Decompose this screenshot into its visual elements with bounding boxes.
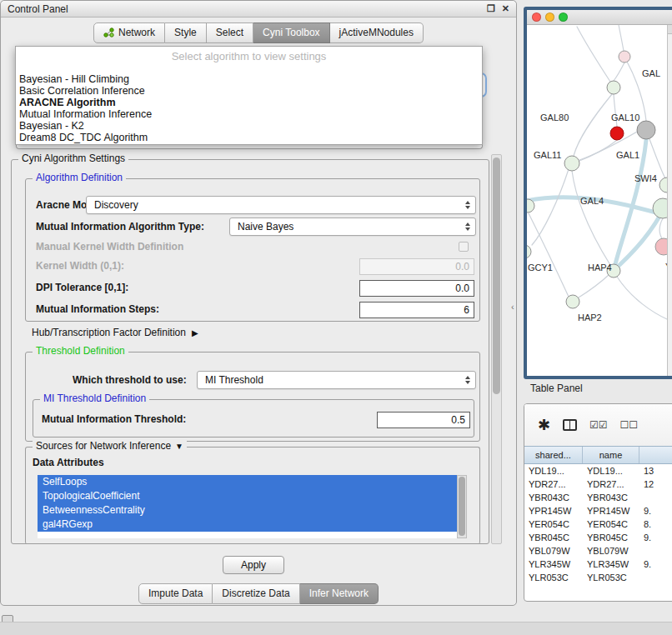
dpi-tolerance-field[interactable]: 0.0: [359, 280, 474, 297]
graph-node[interactable]: [566, 295, 579, 308]
graph-node[interactable]: [564, 156, 579, 171]
dropdown-item-highlighted[interactable]: ARACNE Algorithm: [16, 97, 482, 108]
zoom-traffic-light-icon[interactable]: [559, 12, 568, 22]
tab-label: jActiveMNodules: [339, 27, 414, 38]
dropdown-item[interactable]: Bayesian - Hill Climbing: [16, 73, 482, 85]
table-row[interactable]: YDR27...YDR27...12: [524, 478, 672, 491]
graph-edge[interactable]: [529, 213, 569, 297]
table-row[interactable]: YBL079WYBL079W: [524, 544, 672, 558]
graph-node-label: GAL10: [611, 112, 639, 122]
tab-select[interactable]: Select: [207, 22, 253, 43]
which-threshold-select[interactable]: MI Threshold: [197, 371, 476, 389]
manual-kernel-label: Manual Kernel Width Definition: [36, 239, 183, 254]
hub-definition-section[interactable]: Hub/Transcription Factor Definition ▶: [32, 325, 198, 340]
network-canvas[interactable]: GALGAL80GAL10GAL11GAL1SWI4GAL4GCY1HAP4YH…: [527, 25, 672, 376]
table-row[interactable]: YLR345WYLR345W9.: [524, 558, 672, 571]
dropdown-item[interactable]: Bayesian - K2: [16, 120, 482, 132]
aracne-mode-select[interactable]: Discovery: [86, 196, 476, 214]
graph-edge[interactable]: [577, 27, 610, 82]
tab-style[interactable]: Style: [165, 22, 207, 43]
dropdown-item[interactable]: Basic Correlation Inference: [16, 85, 482, 97]
network-icon: [103, 28, 114, 38]
tab-impute-data[interactable]: Impute Data: [138, 583, 213, 604]
list-item[interactable]: TopologicalCoefficient: [38, 489, 457, 503]
graph-node[interactable]: [610, 127, 624, 140]
dpi-tolerance-label: DPI Tolerance [0,1]:: [36, 279, 128, 296]
scrollbar-thumb[interactable]: [493, 158, 500, 394]
graph-node[interactable]: [527, 245, 531, 258]
column-selector-icon[interactable]: [563, 419, 577, 431]
network-window-titlebar[interactable]: [527, 10, 672, 25]
graph-edge[interactable]: [619, 25, 624, 51]
attributes-list-scrollbar[interactable]: [457, 475, 467, 538]
cell-extra: [639, 571, 672, 584]
graph-node[interactable]: [607, 81, 620, 94]
graph-node-label: GAL80: [540, 112, 569, 122]
graph-edge[interactable]: [572, 171, 610, 265]
graph-edge[interactable]: [532, 169, 569, 245]
mi-steps-field[interactable]: 6: [359, 302, 474, 318]
collapse-down-icon[interactable]: ▼: [175, 442, 183, 451]
tab-label: Discretize Data: [222, 588, 289, 599]
aracne-mode-value: Discovery: [87, 199, 463, 211]
graph-node-label: SWI4: [634, 173, 657, 183]
graph-edge[interactable]: [659, 218, 663, 240]
graph-edge[interactable]: [579, 275, 609, 298]
cell-extra: 9.: [639, 531, 672, 544]
panel-splitter-handle[interactable]: ‹: [511, 302, 514, 312]
list-item[interactable]: gal4RGexp: [38, 518, 457, 532]
apply-button[interactable]: Apply: [223, 556, 284, 574]
graph-edge[interactable]: [617, 277, 669, 320]
close-traffic-light-icon[interactable]: [532, 12, 541, 22]
window-title: Control Panel: [8, 3, 68, 15]
table-toolbar: ✱ ☑☑ ☐☐: [524, 404, 672, 446]
tab-infer-network[interactable]: Infer Network: [300, 583, 379, 604]
tab-label: Style: [174, 27, 197, 38]
minimize-traffic-light-icon[interactable]: [545, 12, 554, 22]
table-row[interactable]: YBR045CYBR045C9.: [524, 531, 672, 544]
float-window-icon[interactable]: ❐: [487, 3, 495, 14]
cell-name: YDL19...: [583, 464, 639, 478]
list-item[interactable]: SelfLoops: [38, 475, 457, 489]
dropdown-item[interactable]: Dream8 DC_TDC Algorithm: [16, 132, 482, 143]
algorithm-dropdown-popup: Select algorithm to view settings Bayesi…: [15, 46, 483, 145]
tab-jactivemnodules[interactable]: jActiveMNodules: [330, 22, 424, 43]
control-panel-titlebar[interactable]: Control Panel ❐ ✕: [1, 1, 516, 18]
network-canvas-scrollbar[interactable]: [667, 25, 672, 376]
settings-scrollbar[interactable]: [491, 154, 502, 544]
cell-name: YDR27...: [583, 478, 639, 491]
close-window-icon[interactable]: ✕: [502, 3, 509, 14]
tab-network[interactable]: Network: [93, 22, 165, 43]
kernel-width-field[interactable]: 0.0: [359, 258, 474, 275]
table-row[interactable]: YLR053CYLR053C: [524, 571, 672, 584]
list-item[interactable]: BetweennessCentrality: [38, 503, 457, 518]
cell-extra: 13: [639, 464, 672, 478]
graph-edge[interactable]: [574, 94, 612, 156]
mi-type-label: Mutual Information Algorithm Type:: [36, 218, 204, 236]
select-all-checkboxes-icon[interactable]: ☑☑: [589, 419, 608, 431]
graph-edge[interactable]: [614, 62, 624, 81]
mi-algorithm-type-select[interactable]: Naive Bayes: [229, 218, 476, 236]
graph-node-label: GCY1: [528, 262, 553, 272]
graph-node[interactable]: [619, 51, 630, 62]
tab-cyni-toolbox[interactable]: Cyni Toolbox: [253, 22, 329, 43]
table-row[interactable]: YDL19...YDL19...13: [524, 464, 672, 478]
tab-discretize-data[interactable]: Discretize Data: [213, 583, 299, 604]
column-header-name[interactable]: name: [583, 447, 639, 463]
which-threshold-value: MI Threshold: [198, 374, 463, 386]
graph-edge[interactable]: [649, 139, 665, 178]
table-row[interactable]: YBR043CYBR043C: [524, 491, 672, 504]
mi-threshold-definition-group: MI Threshold Definition Mutual Informati…: [33, 399, 474, 438]
gear-icon[interactable]: ✱: [538, 418, 550, 432]
table-row[interactable]: YER054CYER054C8.: [524, 518, 672, 531]
graph-node[interactable]: [637, 121, 655, 139]
deselect-all-checkboxes-icon[interactable]: ☐☐: [620, 419, 639, 431]
column-header-shared-name[interactable]: shared...: [524, 447, 583, 463]
mi-threshold-field[interactable]: 0.5: [377, 412, 470, 428]
table-row[interactable]: YPR145WYPR145W9.: [524, 504, 672, 518]
dropdown-item[interactable]: Mutual Information Inference: [16, 108, 482, 120]
expand-right-icon[interactable]: ▶: [192, 328, 198, 338]
scroll-up-button[interactable]: [668, 25, 672, 34]
column-header-extra[interactable]: [639, 447, 672, 463]
manual-kernel-checkbox[interactable]: [459, 242, 469, 252]
